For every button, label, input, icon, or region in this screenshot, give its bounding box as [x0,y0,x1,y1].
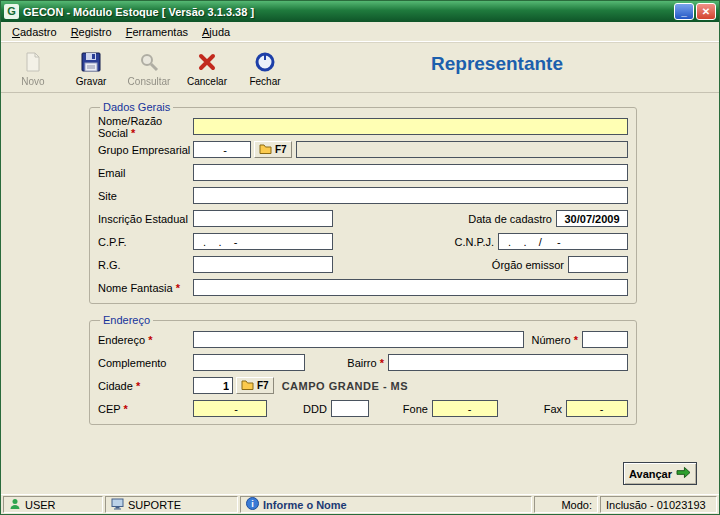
green-arrow-icon [676,466,691,481]
grupo-codigo-input[interactable] [193,141,251,158]
cidade-f7-button[interactable]: F7 [236,377,274,394]
cidade-label: Cidade * [98,380,193,392]
nome-label: Nome/Razão Social * [98,115,193,139]
power-ring-icon [254,51,276,75]
new-document-icon [22,51,44,75]
floppy-disk-icon [80,51,102,75]
row-email: Email [98,161,628,184]
menu-registro[interactable]: Registro [64,23,119,41]
statusbar-user-panel: USER [3,496,103,513]
row-nome: Nome/Razão Social * [98,115,628,138]
rg-input[interactable] [193,256,333,273]
fax-label: Fax [544,403,562,415]
page-title: Representante [431,53,563,75]
row-cep: CEP * DDD Fone Fax [98,397,628,420]
complemento-input[interactable] [193,354,305,371]
endereco-label: Endereço * [98,334,193,346]
required-asterisk: * [148,334,152,346]
statusbar-modo-panel: Modo: [534,496,598,513]
row-site: Site [98,184,628,207]
ddd-label: DDD [303,403,327,415]
ddd-input[interactable] [331,400,369,417]
groupbox-dados-gerais-legend: Dados Gerais [100,101,173,113]
statusbar-message-text: Informe o Nome [263,499,347,511]
monitor-icon [111,498,124,512]
menu-cadastro[interactable]: Cadastro [5,23,64,41]
grupo-f7-button[interactable]: F7 [254,141,292,158]
site-input[interactable] [193,187,628,204]
svg-text:i: i [251,499,254,509]
save-button-label: Gravar [76,76,107,87]
info-icon: i [246,497,259,512]
cidade-nome-text: CAMPO GRANDE - MS [282,380,408,392]
inscricao-input[interactable] [193,210,333,227]
bairro-input[interactable] [388,354,628,371]
site-label: Site [98,190,193,202]
avancar-button[interactable]: Avançar [623,462,697,485]
grupo-f7-label: F7 [275,144,287,155]
orgao-emissor-input[interactable] [568,256,628,273]
row-inscricao: Inscrição Estadual Data de cadastro [98,207,628,230]
avancar-button-label: Avançar [629,468,672,480]
cidade-codigo-input[interactable] [193,377,233,394]
new-button: Novo [9,46,57,91]
statusbar: USER SUPORTE i Informe o Nome Modo: Incl… [1,494,719,514]
app-icon: G [4,4,19,19]
cancel-x-icon [196,51,218,75]
fone-label: Fone [403,403,428,415]
row-endereco: Endereço * Número * [98,328,628,351]
nome-input[interactable] [193,118,628,135]
row-cidade: Cidade * F7 CAMPO GRANDE - MS [98,374,628,397]
cpf-input[interactable] [193,233,333,250]
groupbox-endereco-legend: Endereço [100,314,153,326]
fone-input[interactable] [432,400,498,417]
required-asterisk: * [131,127,135,139]
required-asterisk: * [574,334,578,346]
cep-label: CEP * [98,403,193,415]
save-button[interactable]: Gravar [67,46,115,91]
statusbar-modo-value: Inclusão - 01023193 [606,499,706,511]
fantasia-input[interactable] [193,279,628,296]
groupbox-endereco: Endereço Endereço * Número * Complemento… [89,314,637,425]
data-cadastro-input[interactable] [556,210,628,227]
data-cadastro-label: Data de cadastro [468,213,552,225]
required-asterisk: * [136,380,140,392]
statusbar-user-text: USER [25,499,56,511]
cnpj-input[interactable] [498,233,628,250]
row-complemento: Complemento Bairro * [98,351,628,374]
search-button-label: Consultar [128,76,171,87]
required-asterisk: * [380,357,384,369]
menu-ferramentas[interactable]: Ferramentas [119,23,195,41]
cancel-button[interactable]: Cancelar [183,46,231,91]
app-window: G GECON - Módulo Estoque [ Versão 3.1.3.… [0,0,720,515]
required-asterisk: * [176,282,180,294]
statusbar-suporte-panel: SUPORTE [105,496,238,513]
numero-input[interactable] [582,331,628,348]
cancel-button-label: Cancelar [187,76,227,87]
cpf-label: C.P.F. [98,236,193,248]
grupo-label: Grupo Empresarial [98,144,193,156]
statusbar-suporte-text: SUPORTE [128,499,181,511]
email-input[interactable] [193,164,628,181]
search-button: Consultar [125,46,173,91]
close-form-button-label: Fechar [249,76,280,87]
cep-input[interactable] [193,400,267,417]
minimize-button[interactable]: _ [674,3,694,20]
statusbar-message-panel: i Informe o Nome [240,496,532,513]
grupo-descricao-field [296,141,628,158]
statusbar-modo-label: Modo: [561,499,592,511]
endereco-input[interactable] [193,331,524,348]
close-button[interactable]: ✕ [696,3,716,20]
form-area: Dados Gerais Nome/Razão Social * Grupo E… [1,93,719,494]
menu-ajuda[interactable]: Ajuda [195,23,237,41]
statusbar-modo-value-panel: Inclusão - 01023193 [600,496,717,513]
complemento-label: Complemento [98,357,193,369]
toolbar: Novo Gravar Consultar Cancelar Fechar [1,42,719,93]
new-button-label: Novo [21,76,44,87]
fax-input[interactable] [566,400,628,417]
close-form-button[interactable]: Fechar [241,46,289,91]
folder-icon [259,143,272,156]
menubar: Cadastro Registro Ferramentas Ajuda [1,22,719,42]
row-rg: R.G. Órgão emissor [98,253,628,276]
bairro-label: Bairro * [347,357,384,369]
